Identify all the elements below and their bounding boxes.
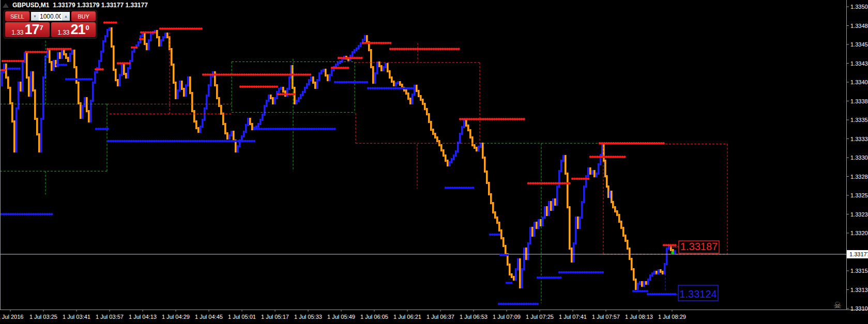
price-bar <box>127 67 129 79</box>
price-bar <box>11 102 13 122</box>
entry-marker <box>672 252 674 254</box>
price-bar <box>618 214 620 223</box>
price-bar <box>75 66 78 84</box>
price-bar <box>86 97 88 112</box>
price-bar <box>144 33 146 45</box>
time-axis-label: 1 Jul 08:13 <box>625 314 653 320</box>
price-bar <box>84 97 86 107</box>
price-bar <box>222 113 224 125</box>
price-bar <box>668 246 670 250</box>
price-bar <box>397 81 399 84</box>
sell-price-button[interactable]: 1.33 17 7 <box>5 22 50 37</box>
collapse-triangle-icon[interactable] <box>3 3 9 8</box>
price-bar <box>164 33 166 38</box>
price-bar <box>208 84 210 97</box>
price-bar <box>575 217 577 244</box>
price-bar <box>647 279 649 285</box>
price-bar <box>370 49 372 68</box>
price-bar <box>548 201 550 216</box>
price-bar <box>327 74 329 81</box>
price-bar <box>463 120 465 128</box>
volume-decrease-button[interactable]: ▼ <box>31 12 39 21</box>
price-bar <box>34 89 36 120</box>
price-bar <box>310 76 312 81</box>
price-axis-label: 1.33505 <box>850 4 868 10</box>
price-bar <box>166 33 169 38</box>
price-bar <box>175 82 177 99</box>
price-bar <box>529 227 531 244</box>
price-bar <box>376 61 378 74</box>
price-bar <box>416 85 418 92</box>
price-bar <box>200 126 202 133</box>
price-bar <box>440 144 443 151</box>
price-bar <box>558 170 560 188</box>
price-bar <box>125 73 127 79</box>
price-bar <box>639 281 641 285</box>
price-bar <box>113 45 115 71</box>
price-bar <box>544 206 546 219</box>
price-bar <box>449 161 451 166</box>
volume-input[interactable] <box>39 12 62 21</box>
price-bar <box>593 170 596 177</box>
price-chart[interactable]: 1.331871.331241.335051.334801.334551.334… <box>0 0 868 324</box>
price-bar <box>474 144 476 149</box>
price-bar <box>616 210 618 216</box>
price-bar <box>216 84 218 99</box>
price-bar <box>589 167 591 175</box>
price-bar <box>189 76 191 94</box>
price-bar <box>631 258 633 270</box>
price-bar <box>92 82 94 102</box>
price-bar <box>505 245 507 255</box>
price-bar <box>156 30 158 38</box>
price-bar <box>579 217 581 229</box>
price-bar <box>422 99 424 105</box>
price-bar <box>567 173 569 208</box>
price-bar <box>482 143 484 159</box>
price-bar <box>243 131 245 137</box>
price-bar <box>569 206 571 250</box>
price-axis-label: 1.33355 <box>850 117 868 123</box>
time-axis-label: 1 Jul 07:09 <box>493 314 521 320</box>
sell-price-main: 17 <box>25 23 39 37</box>
time-axis-label: 1 Jul 07:41 <box>559 314 587 320</box>
price-bar <box>280 87 282 90</box>
price-bar <box>7 76 9 89</box>
price-bar <box>18 82 20 110</box>
buy-button[interactable]: BUY <box>71 11 96 21</box>
price-bar <box>651 272 653 276</box>
price-bar <box>298 97 300 102</box>
price-bar <box>393 81 395 86</box>
price-axis-label: 1.33305 <box>850 155 868 161</box>
red-price-label-text: 1.33187 <box>680 241 718 252</box>
price-bar <box>38 133 40 152</box>
time-axis-label: 1 Jul 04:29 <box>162 314 190 320</box>
price-bar <box>424 103 426 110</box>
price-bar <box>585 175 587 188</box>
price-bar <box>455 150 457 157</box>
price-bar <box>434 133 436 138</box>
sell-price-pipette: 7 <box>40 24 43 31</box>
price-bar <box>509 264 511 275</box>
price-bar <box>185 84 187 97</box>
mt4-chart-window: 1.331871.331241.335051.334801.334551.334… <box>0 0 868 324</box>
price-bar <box>53 60 55 71</box>
price-bar <box>352 51 354 57</box>
time-axis-label: 1 Jul 06:37 <box>427 314 454 320</box>
volume-increase-button[interactable]: ▲ <box>62 12 70 21</box>
price-bar <box>484 157 486 173</box>
price-bar <box>627 240 629 250</box>
price-bar <box>73 50 75 68</box>
price-bar <box>385 63 387 68</box>
price-bar <box>486 171 488 184</box>
price-bar <box>229 134 231 140</box>
price-bar <box>32 71 34 91</box>
price-bar <box>88 110 90 122</box>
price-bar <box>552 198 554 211</box>
sell-button[interactable]: SELL <box>5 11 29 21</box>
price-bar <box>502 237 505 247</box>
price-bar <box>581 201 583 219</box>
price-bar <box>666 248 668 265</box>
price-bar <box>55 60 57 67</box>
price-bar <box>664 263 666 274</box>
buy-price-button[interactable]: 1.33 21 0 <box>51 22 96 37</box>
